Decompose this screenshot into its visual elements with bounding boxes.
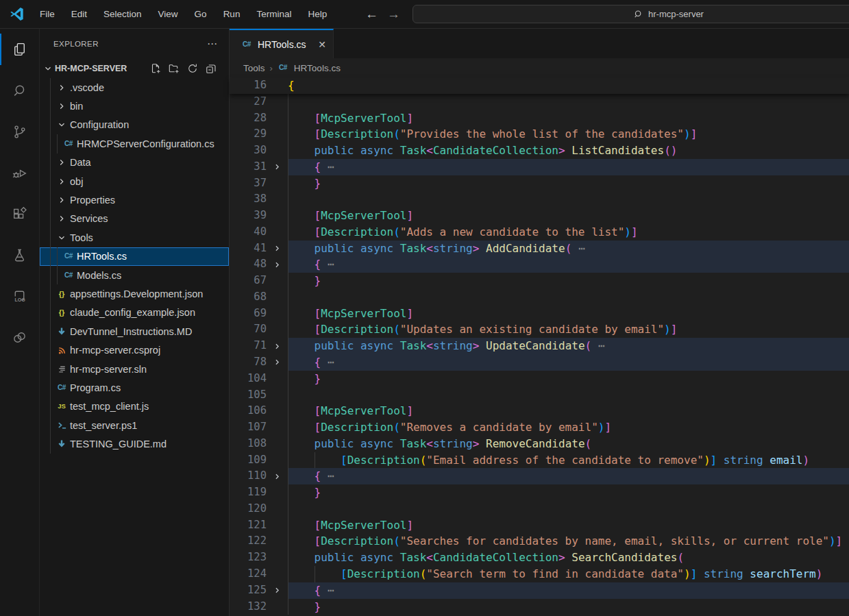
code-line: 107 [Description("Removes a candidate by… (230, 419, 849, 436)
line-number: 107 (230, 419, 267, 436)
code-text[interactable]: [Description("Removes a candidate by ema… (288, 419, 849, 436)
tree-item[interactable]: Data (40, 153, 229, 172)
testing-icon[interactable] (0, 234, 39, 275)
code-text[interactable]: [Description("Search term to find in can… (288, 566, 849, 582)
refresh-icon[interactable] (187, 63, 198, 74)
code-text[interactable] (288, 94, 849, 110)
menu-selection[interactable]: Selection (95, 9, 150, 19)
code-text[interactable]: } (288, 484, 849, 501)
tree-item[interactable]: test_server.ps1 (40, 416, 229, 434)
fold-gutter (267, 419, 288, 436)
menu-run[interactable]: Run (215, 9, 249, 19)
collapse-all-icon[interactable] (206, 63, 217, 74)
fold-chevron-icon[interactable] (267, 338, 288, 354)
code-line: 48 { ⋯ (230, 256, 849, 273)
close-icon[interactable]: ✕ (318, 39, 326, 50)
tree-item[interactable]: C#Models.cs (40, 266, 229, 284)
tree-item[interactable]: Properties (40, 190, 229, 209)
line-number: 70 (230, 321, 267, 338)
menu-go[interactable]: Go (186, 9, 215, 19)
code-text[interactable] (288, 387, 849, 404)
new-folder-icon[interactable] (169, 63, 180, 74)
code-text[interactable]: { ⋯ (288, 159, 849, 175)
source-control-icon[interactable] (0, 111, 39, 152)
loops-icon[interactable] (0, 317, 39, 358)
tree-item[interactable]: {}appsettings.Development.json (40, 284, 229, 303)
code-text[interactable]: [Description("Email address of the candi… (288, 452, 849, 469)
code-text[interactable]: [McpServerTool] (288, 403, 849, 419)
menu-view[interactable]: View (150, 9, 186, 19)
extensions-icon[interactable] (0, 193, 39, 234)
menu-help[interactable]: Help (299, 9, 335, 19)
breadcrumb-file[interactable]: HRTools.cs (294, 63, 341, 73)
code-text[interactable]: [McpServerTool] (288, 208, 849, 224)
tree-item[interactable]: C#HRMCPServerConfiguration.cs (40, 134, 229, 153)
code-text[interactable]: [Description("Adds a new candidate to th… (288, 224, 849, 241)
code-text[interactable]: } (288, 273, 849, 289)
search-icon[interactable] (0, 70, 39, 111)
explorer-section-header[interactable]: HR-MCP-SERVER (40, 59, 229, 78)
code-text[interactable]: { ⋯ (288, 468, 849, 484)
code-text[interactable]: public async Task<CandidateCollection> L… (288, 143, 849, 159)
files-icon[interactable] (0, 29, 39, 70)
code-text[interactable]: public async Task<string> AddCandidate( … (288, 241, 849, 257)
code-text[interactable]: [McpServerTool] (288, 306, 849, 322)
menu-terminal[interactable]: Terminal (248, 9, 299, 19)
fold-chevron-icon[interactable] (267, 256, 288, 273)
code-text[interactable]: [Description("Searches for candidates by… (288, 533, 849, 550)
fold-chevron-icon[interactable] (267, 241, 288, 257)
code-text[interactable]: public async Task<string> UpdateCandidat… (288, 338, 849, 354)
tree-item[interactable]: obj (40, 172, 229, 190)
code-text[interactable]: public async Task<CandidateCollection> S… (288, 550, 849, 566)
menu-file[interactable]: File (32, 9, 63, 19)
code-text[interactable]: { ⋯ (288, 582, 849, 599)
tree-item[interactable]: C#HRTools.cs (40, 247, 229, 266)
code-text[interactable]: } (288, 175, 849, 192)
breadcrumb-folder[interactable]: Tools (243, 63, 265, 73)
code-text[interactable]: } (288, 599, 849, 615)
code-text[interactable]: [Description("Updates an existing candid… (288, 321, 849, 338)
output-log-icon[interactable]: LOG (0, 275, 39, 317)
tree-item[interactable]: DevTunnel_Instructions.MD (40, 322, 229, 341)
tree-item[interactable]: hr-mcp-server.sln (40, 360, 229, 378)
code-text[interactable]: public async Task<string> RemoveCandidat… (288, 436, 849, 452)
tree-item[interactable]: C#Program.cs (40, 378, 229, 397)
csproj-file-icon (56, 345, 67, 356)
code-text[interactable] (288, 289, 849, 306)
fold-chevron-icon[interactable] (267, 159, 288, 175)
code-text[interactable]: { ⋯ (288, 354, 849, 371)
code-text[interactable] (288, 501, 849, 517)
tree-item[interactable]: Tools (40, 228, 229, 247)
code-text[interactable]: } (288, 371, 849, 387)
menu-edit[interactable]: Edit (63, 9, 95, 19)
tree-item[interactable]: Configuration (40, 116, 229, 134)
tree-item[interactable]: .vscode (40, 78, 229, 97)
code-text[interactable] (288, 191, 849, 208)
tree-item[interactable]: Services (40, 210, 229, 228)
code-text[interactable]: [McpServerTool] (288, 517, 849, 534)
code-text[interactable]: [McpServerTool] (288, 110, 849, 127)
run-and-debug-icon[interactable] (0, 152, 39, 193)
fold-chevron-icon[interactable] (267, 468, 288, 484)
explorer-sidebar: EXPLORER ⋯ HR-MCP-SERVER .vscodebinConfi… (40, 29, 230, 616)
command-center[interactable]: hr-mcp-server (413, 5, 849, 23)
nav-back-icon[interactable]: ← (365, 0, 378, 29)
tree-item[interactable]: JStest_mcp_client.js (40, 397, 229, 416)
tree-item[interactable]: hr-mcp-server.csproj (40, 341, 229, 359)
explorer-more-actions-icon[interactable]: ⋯ (207, 38, 218, 50)
nav-forward-icon[interactable]: → (387, 0, 400, 29)
tab-hrtools[interactable]: C# HRTools.cs ✕ (230, 29, 334, 58)
line-number: 71 (230, 338, 267, 354)
code-line: 29 [Description("Provides the whole list… (230, 126, 849, 143)
tree-item[interactable]: TESTING_GUIDE.md (40, 434, 229, 453)
csharp-file-icon: C# (241, 39, 252, 50)
tree-item[interactable]: bin (40, 97, 229, 115)
tree-item[interactable]: {}claude_config_example.json (40, 304, 229, 322)
fold-chevron-icon[interactable] (267, 354, 288, 371)
code-text[interactable]: { ⋯ (288, 256, 849, 273)
code-text[interactable]: [Description("Provides the whole list of… (288, 126, 849, 143)
new-file-icon[interactable] (150, 63, 161, 74)
fold-chevron-icon[interactable] (267, 582, 288, 599)
sticky-scroll-line[interactable]: 16 { (230, 77, 849, 94)
chevron-right-icon (56, 101, 67, 112)
